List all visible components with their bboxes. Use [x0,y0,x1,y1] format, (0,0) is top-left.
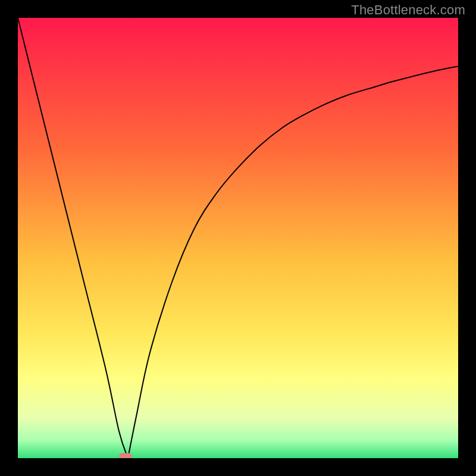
left-branch-curve [18,18,128,458]
chart-frame: TheBottleneck.com [0,0,476,476]
min-marker [119,453,132,459]
watermark-text: TheBottleneck.com [351,2,465,18]
plot-area [18,18,458,458]
curve-layer [18,18,458,458]
right-branch-curve [128,66,458,458]
